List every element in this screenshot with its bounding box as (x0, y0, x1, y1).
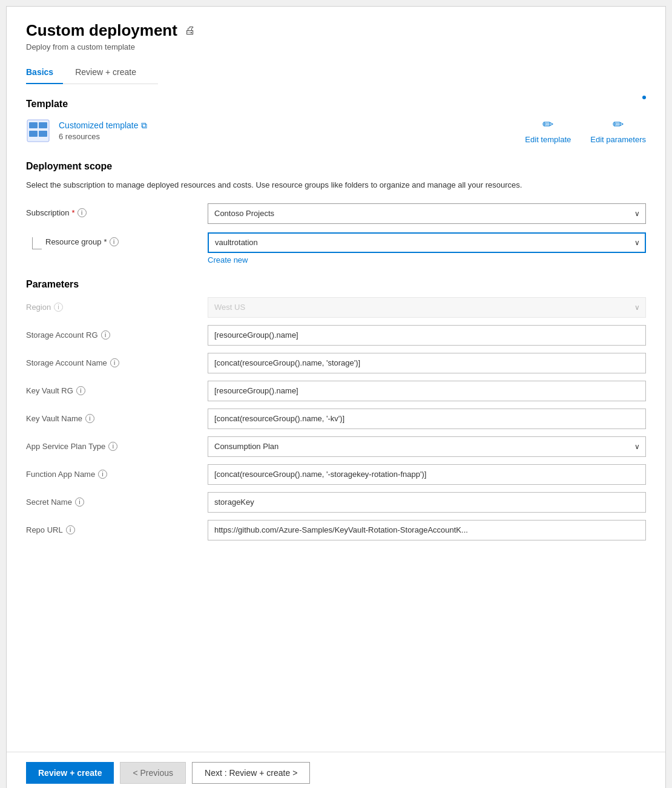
tabs-wrapper: Basics Review + create (26, 62, 646, 99)
resource-group-row: Resource group * i vaultrotation ∨ Creat… (26, 232, 646, 264)
param-row-region: Region i West US ∨ (26, 297, 646, 318)
resource-group-label-wrapper: Resource group * i (26, 232, 208, 249)
tab-basics[interactable]: Basics (26, 62, 63, 84)
resource-group-indent-line (32, 237, 42, 249)
footer: Review + create < Previous Next : Review… (7, 752, 665, 788)
subscription-required: * (72, 208, 75, 217)
key-vault-name-input[interactable] (208, 409, 646, 429)
function-app-name-input[interactable] (208, 464, 646, 485)
resource-group-label: Resource group * i (45, 237, 119, 246)
previous-button: < Previous (120, 762, 186, 784)
resource-group-info-icon[interactable]: i (110, 237, 119, 246)
template-resources: 6 resources (59, 132, 147, 141)
edit-template-button[interactable]: ✏ Edit template (525, 117, 571, 144)
template-name-link[interactable]: Customized template ⧉ (59, 120, 147, 131)
edit-parameters-icon: ✏ (613, 117, 624, 133)
key-vault-rg-info-icon[interactable]: i (76, 386, 85, 395)
repo-url-info-icon[interactable]: i (66, 525, 75, 534)
resource-group-required: * (104, 237, 107, 246)
repo-url-input[interactable] (208, 520, 646, 540)
region-info-icon[interactable]: i (54, 303, 63, 312)
subscription-info-icon[interactable]: i (77, 208, 87, 217)
param-label-key-vault-rg: Key Vault RG i (26, 386, 208, 395)
key-vault-name-info-icon[interactable]: i (85, 414, 94, 423)
subscription-select[interactable]: Contoso Projects (208, 203, 646, 224)
param-row-key-vault-rg: Key Vault RG i (26, 381, 646, 401)
template-row: Customized template ⧉ 6 resources ✏ Edit… (26, 117, 646, 144)
review-create-button[interactable]: Review + create (26, 762, 114, 784)
svg-rect-1 (29, 122, 38, 128)
parameters-section: Parameters Region i West US ∨ Storage Ac… (26, 279, 646, 540)
template-actions: ✏ Edit template ✏ Edit parameters (525, 117, 646, 144)
edit-parameters-label: Edit parameters (590, 135, 646, 144)
page-title: Custom deployment (26, 21, 177, 40)
external-link-icon: ⧉ (141, 120, 147, 131)
param-row-function-app-name: Function App Name i (26, 464, 646, 485)
template-icon (26, 119, 50, 143)
param-label-repo-url: Repo URL i (26, 525, 208, 534)
page-subtitle: Deploy from a custom template (26, 42, 646, 51)
function-app-name-info-icon[interactable]: i (98, 470, 107, 479)
param-label-storage-account-rg: Storage Account RG i (26, 330, 208, 340)
param-row-app-service-plan-type: App Service Plan Type i Consumption Plan… (26, 436, 646, 457)
app-service-plan-type-select[interactable]: Consumption Plan (208, 436, 646, 457)
app-service-plan-type-info-icon[interactable]: i (108, 442, 117, 451)
storage-account-name-input[interactable] (208, 353, 646, 373)
subscription-select-wrapper: Contoso Projects ∨ (208, 203, 646, 224)
svg-rect-3 (29, 131, 38, 137)
region-select-wrapper: West US ∨ (208, 297, 646, 318)
app-service-plan-type-select-wrapper: Consumption Plan ∨ (208, 436, 646, 457)
secret-name-input[interactable] (208, 492, 646, 513)
tab-review-create[interactable]: Review + create (75, 62, 146, 84)
page-header: Custom deployment 🖨 (26, 21, 646, 40)
storage-account-rg-info-icon[interactable]: i (101, 330, 110, 340)
deployment-scope-heading: Deployment scope (26, 161, 646, 172)
template-name: Customized template (59, 120, 139, 130)
next-button[interactable]: Next : Review + create > (192, 762, 310, 784)
template-info: Customized template ⧉ 6 resources (59, 120, 147, 141)
param-label-region: Region i (26, 303, 208, 312)
subscription-row: Subscription * i Contoso Projects ∨ (26, 203, 646, 224)
create-new-link[interactable]: Create new (208, 255, 646, 264)
region-select: West US (208, 297, 646, 318)
svg-rect-4 (39, 131, 47, 137)
storage-account-rg-input[interactable] (208, 325, 646, 346)
param-label-key-vault-name: Key Vault Name i (26, 414, 208, 423)
deployment-scope-section: Deployment scope Select the subscription… (26, 161, 646, 264)
param-label-app-service-plan-type: App Service Plan Type i (26, 442, 208, 451)
subscription-control: Contoso Projects ∨ (208, 203, 646, 224)
edit-parameters-button[interactable]: ✏ Edit parameters (590, 117, 646, 144)
param-label-storage-account-name: Storage Account Name i (26, 358, 208, 367)
tab-indicator-dot (642, 96, 646, 99)
template-left: Customized template ⧉ 6 resources (26, 119, 147, 143)
param-row-key-vault-name: Key Vault Name i (26, 409, 646, 429)
svg-rect-2 (39, 122, 47, 128)
param-label-function-app-name: Function App Name i (26, 470, 208, 479)
param-row-secret-name: Secret Name i (26, 492, 646, 513)
main-content: Custom deployment 🖨 Deploy from a custom… (7, 7, 665, 752)
param-row-repo-url: Repo URL i (26, 520, 646, 540)
resource-group-select-wrapper: vaultrotation ∨ (208, 232, 646, 253)
tabs: Basics Review + create (26, 62, 158, 84)
resource-group-select[interactable]: vaultrotation (208, 232, 646, 253)
resource-group-control: vaultrotation ∨ Create new (208, 232, 646, 264)
parameters-heading: Parameters (26, 279, 646, 290)
print-icon[interactable]: 🖨 (185, 24, 196, 37)
template-section-heading: Template (26, 99, 646, 110)
param-row-storage-account-rg: Storage Account RG i (26, 325, 646, 346)
edit-template-label: Edit template (525, 135, 571, 144)
template-section: Template Customized template ⧉ (26, 99, 646, 144)
edit-template-icon: ✏ (542, 117, 553, 133)
subscription-label: Subscription * i (26, 203, 208, 217)
key-vault-rg-input[interactable] (208, 381, 646, 401)
secret-name-info-icon[interactable]: i (75, 497, 84, 507)
storage-account-name-info-icon[interactable]: i (110, 358, 119, 367)
scope-description: Select the subscription to manage deploy… (26, 179, 646, 191)
param-row-storage-account-name: Storage Account Name i (26, 353, 646, 373)
param-label-secret-name: Secret Name i (26, 497, 208, 507)
page-container: Custom deployment 🖨 Deploy from a custom… (6, 6, 666, 788)
